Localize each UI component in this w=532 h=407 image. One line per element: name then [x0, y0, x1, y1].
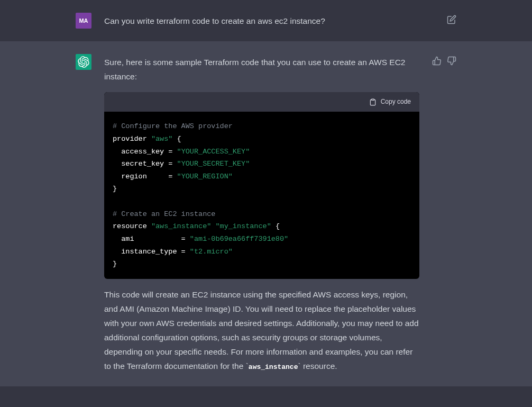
thumbs-down-icon[interactable] — [447, 56, 456, 66]
copy-code-label: Copy code — [381, 96, 411, 107]
assistant-avatar — [76, 54, 91, 70]
inline-code: aws_instance — [249, 363, 298, 371]
user-message-text: Can you write terraform code to create a… — [104, 13, 434, 29]
edit-icon[interactable] — [447, 15, 456, 24]
svg-rect-0 — [371, 99, 374, 100]
assistant-message-row: Sure, here is some sample Terraform code… — [0, 41, 532, 386]
assistant-message-content: Sure, here is some sample Terraform code… — [104, 54, 419, 374]
code-body: # Configure the AWS provider provider "a… — [104, 112, 419, 279]
assistant-intro-text: Sure, here is some sample Terraform code… — [104, 55, 419, 84]
code-block-header: Copy code — [104, 92, 419, 112]
user-avatar: MA — [76, 13, 91, 29]
thumbs-up-icon[interactable] — [432, 56, 442, 66]
assistant-outro-text: This code will create an EC2 instance us… — [104, 287, 419, 374]
copy-code-button[interactable]: Copy code — [369, 96, 411, 107]
user-message-row: MA Can you write terraform code to creat… — [0, 0, 532, 41]
code-block: Copy code # Configure the AWS provider p… — [104, 92, 419, 279]
clipboard-icon — [369, 98, 377, 106]
